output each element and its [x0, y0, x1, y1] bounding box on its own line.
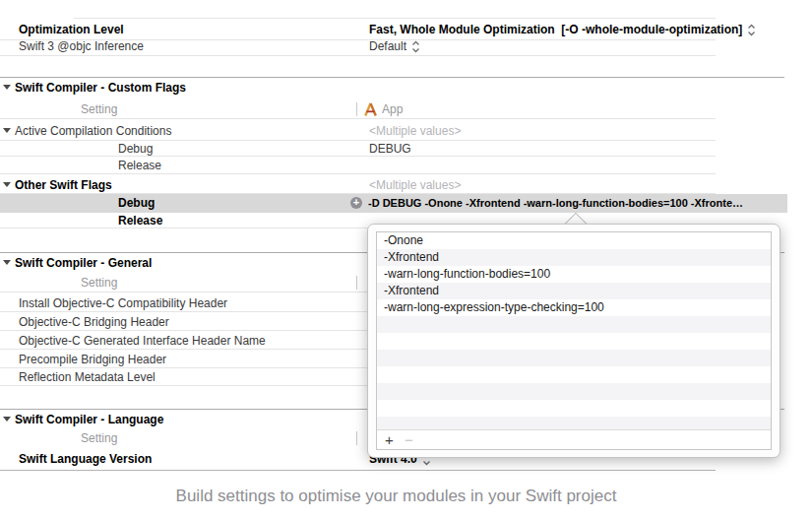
setting-label: Objective-C Generated Interface Header N…: [19, 332, 266, 350]
column-divider: [356, 276, 357, 290]
flag-list-item[interactable]: -warn-long-function-bodies=100: [377, 266, 771, 283]
setting-value[interactable]: Default: [369, 37, 420, 55]
column-divider: [356, 102, 357, 116]
row-separator: [0, 118, 716, 119]
remove-flag-button[interactable]: −: [405, 430, 413, 449]
flags-list: -Onone -Xfrontend -warn-long-function-bo…: [377, 232, 771, 429]
setting-label: Swift 3 @objc Inference: [19, 37, 144, 55]
caption-text: Build settings to optimise your modules …: [0, 487, 792, 506]
multiple-values-text: <Multiple values>: [369, 176, 461, 194]
disclosure-triangle-icon[interactable]: [3, 182, 11, 187]
disclosure-triangle-icon[interactable]: [3, 260, 11, 265]
section-title: Swift Compiler - General: [15, 254, 152, 272]
column-header-row: Setting App: [0, 100, 812, 118]
row-optimization-level[interactable]: Optimization Level Fast, Whole Module Op…: [0, 21, 812, 38]
setting-value[interactable]: Fast, Whole Module Optimization [-O -who…: [369, 21, 756, 38]
stepper-icon[interactable]: [747, 24, 756, 36]
flags-list-box: -Onone -Xfrontend -warn-long-function-bo…: [376, 231, 772, 450]
setting-label: Install Objective-C Compatibility Header: [19, 294, 227, 312]
setting-label: Reflection Metadata Level: [19, 368, 156, 386]
row-separator: [0, 55, 716, 56]
plus-circle-icon[interactable]: +: [350, 197, 362, 209]
stepper-icon[interactable]: [411, 40, 420, 53]
setting-label: Active Compilation Conditions: [15, 122, 171, 140]
row-active-compilation-conditions[interactable]: Active Compilation Conditions <Multiple …: [0, 122, 812, 140]
section-title: Swift Compiler - Language: [15, 411, 163, 428]
row-separator: [0, 173, 716, 174]
setting-label: Precompile Bridging Header: [19, 351, 166, 368]
row-swift3-inference[interactable]: Swift 3 @objc Inference Default: [0, 37, 812, 55]
setting-column-header: Setting: [81, 429, 117, 447]
popover-footer: + −: [377, 429, 771, 449]
setting-column-header: Setting: [81, 100, 117, 118]
row-separator: [0, 470, 716, 471]
multiple-values-text: <Multiple values>: [369, 122, 461, 140]
build-settings-screen: Optimization Level Fast, Whole Module Op…: [0, 0, 812, 520]
app-target-icon: [363, 102, 378, 117]
flag-list-item[interactable]: -Onone: [377, 232, 771, 249]
flag-list-item[interactable]: -Xfrontend: [377, 249, 771, 266]
disclosure-triangle-icon[interactable]: [3, 417, 11, 422]
section-divider: [0, 77, 784, 78]
optimization-value-text: Fast, Whole Module Optimization [-O -who…: [369, 21, 742, 38]
setting-label: Objective-C Bridging Header: [19, 313, 169, 331]
flag-list-item[interactable]: -warn-long-expression-type-checking=100: [377, 299, 771, 316]
disclosure-triangle-icon[interactable]: [3, 128, 11, 133]
section-title: Swift Compiler - Custom Flags: [15, 79, 186, 97]
config-label: Release: [118, 157, 161, 174]
flags-popover: -Onone -Xfrontend -warn-long-function-bo…: [367, 224, 781, 458]
setting-label: Optimization Level: [19, 21, 124, 38]
inference-value-text: Default: [369, 37, 406, 55]
osf-debug-value[interactable]: -D DEBUG -Onone -Xfrontend -warn-long-fu…: [368, 194, 781, 213]
row-acc-release[interactable]: Release: [0, 157, 812, 174]
column-divider: [356, 431, 357, 445]
row-separator: [74, 18, 716, 19]
flag-list-item[interactable]: -Xfrontend: [377, 283, 771, 299]
section-header-custom-flags[interactable]: Swift Compiler - Custom Flags: [0, 79, 812, 97]
setting-label: Other Swift Flags: [15, 176, 112, 194]
disclosure-triangle-icon[interactable]: [3, 85, 11, 90]
plus-glyph: +: [353, 196, 359, 208]
config-label: Debug: [118, 194, 155, 213]
target-name-label: App: [382, 100, 403, 118]
row-other-swift-flags[interactable]: Other Swift Flags <Multiple values>: [0, 176, 812, 194]
row-osf-debug-selected[interactable]: Debug + -D DEBUG -Onone -Xfrontend -warn…: [0, 194, 787, 213]
setting-column-header: Setting: [81, 274, 117, 292]
add-flag-button[interactable]: +: [385, 430, 394, 449]
setting-label: Swift Language Version: [19, 450, 152, 468]
